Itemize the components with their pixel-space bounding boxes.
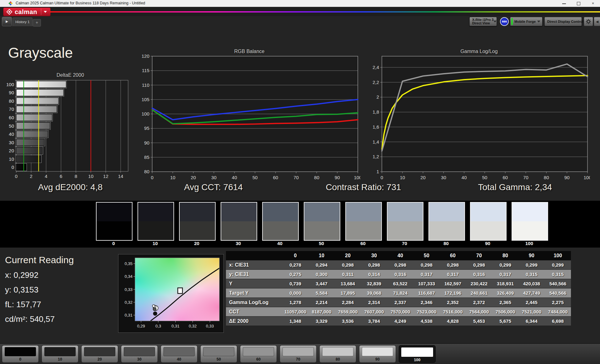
table-header-10: 10 [308, 251, 335, 260]
level-button-70[interactable]: 70 [280, 345, 317, 363]
table-row-label: Y [226, 279, 282, 288]
meter-dropdown[interactable]: X-Rite i1Pro 3 Direct View [469, 17, 497, 26]
table-cell: 7521,000 [518, 307, 545, 317]
display-control-dropdown[interactable]: Direct Display Control [544, 17, 582, 26]
table-cell: 0,299 [492, 260, 518, 270]
table-cell: 13,684 [335, 279, 361, 288]
level-swatch [44, 347, 76, 356]
target-swatch-10 [138, 221, 173, 240]
level-button-0[interactable]: 0 [2, 345, 39, 363]
table-cell: 2,372 [466, 298, 492, 307]
swatch-cell-20 [179, 202, 216, 241]
level-button-10[interactable]: 10 [42, 345, 78, 363]
table-header-50: 50 [413, 251, 440, 260]
level-button-90[interactable]: 90 [359, 345, 396, 363]
table-cell: 0,300 [308, 270, 335, 279]
meter-mode: Direct View [472, 22, 493, 25]
table-cell: 17,895 [335, 288, 361, 298]
svg-text:100: 100 [142, 111, 149, 116]
maximize-icon [577, 2, 580, 5]
table-header-100: 100 [545, 251, 571, 260]
level-label: 60 [240, 357, 277, 362]
table-cell: 540,566 [545, 288, 571, 298]
svg-text:120: 120 [142, 53, 149, 59]
current-reading-x: x: 0,2992 [5, 270, 38, 280]
svg-text:0,3: 0,3 [155, 324, 161, 328]
logo-divider [41, 9, 41, 15]
maximize-button[interactable] [572, 0, 586, 7]
measurement-point [152, 305, 155, 307]
level-label: 20 [82, 357, 118, 362]
table-cell: 427,749 [518, 288, 545, 298]
level-button-80[interactable]: 80 [319, 345, 356, 363]
settings-button[interactable] [584, 17, 593, 26]
table-cell: 0,298 [361, 260, 387, 270]
svg-text:0,35: 0,35 [125, 261, 132, 266]
deltae-chart-title: DeltaE 2000 [3, 72, 138, 78]
deltae-bar-chart: 024681012141009080706050403020100 [3, 78, 138, 181]
minimize-button[interactable] [557, 0, 571, 7]
level-button-40[interactable]: 40 [161, 345, 198, 363]
target-swatch-0 [97, 221, 132, 240]
svg-text:40: 40 [462, 175, 467, 180]
svg-text:2: 2 [30, 174, 32, 179]
svg-text:50: 50 [9, 123, 14, 129]
table-cell: 2,314 [361, 298, 387, 307]
table-header-80: 80 [492, 251, 518, 260]
svg-text:90: 90 [335, 175, 340, 180]
level-button-60[interactable]: 60 [240, 345, 277, 363]
level-swatch [362, 347, 393, 356]
avg-cct-stat: Avg CCT: 7614 [184, 182, 243, 192]
tab-history[interactable]: History 1 [12, 17, 32, 26]
svg-text:40: 40 [232, 175, 237, 180]
swatch-level-label: 30 [220, 241, 257, 246]
level-swatch [203, 347, 234, 356]
table-cell: 6,344 [518, 317, 545, 326]
calman-menu-button[interactable]: calman [3, 7, 51, 16]
svg-text:0: 0 [12, 165, 14, 170]
actual-swatch-10 [138, 203, 173, 221]
level-button-30[interactable]: 30 [121, 345, 158, 363]
meter-badge-button[interactable]: 666 [500, 17, 509, 26]
table-header-70: 70 [466, 251, 492, 260]
display-control-name: Direct Display Control [547, 20, 583, 23]
table-cell: 7564,000 [466, 307, 492, 317]
svg-text:70: 70 [293, 175, 299, 180]
window-title: Calman 2025 Calman Ultimate for Business… [16, 1, 145, 5]
collapse-toolbar-button[interactable]: ◀ [594, 17, 600, 26]
deltae-bar-50 [16, 122, 50, 129]
swatch-cell-10 [138, 202, 174, 241]
svg-text:2: 2 [377, 94, 379, 100]
level-button-50[interactable]: 50 [200, 345, 237, 363]
table-cell: 2,214 [308, 298, 335, 307]
add-tab-button[interactable]: + [33, 19, 41, 27]
svg-text:70: 70 [9, 106, 14, 112]
svg-text:30: 30 [441, 175, 446, 180]
level-label: 40 [161, 357, 197, 362]
cie-chromaticity-chart: 0,290,30,310,320,330,310,320,330,340,35 [119, 255, 223, 332]
table-cell: 11057,000 [282, 307, 308, 317]
source-dropdown[interactable]: Mobile Forge [510, 17, 542, 26]
close-button[interactable]: × [586, 0, 600, 7]
table-cell: 4,828 [440, 317, 466, 326]
measurement-point [153, 307, 156, 311]
calman-app: Calman 2025 Calman Ultimate for Business… [0, 0, 600, 364]
swatch-cell-0 [96, 202, 132, 241]
target-swatch-50 [304, 221, 340, 240]
svg-text:0,33: 0,33 [206, 324, 214, 328]
level-button-20[interactable]: 20 [81, 345, 118, 363]
actual-swatch-70 [388, 203, 423, 221]
table-cell: 4,538 [413, 317, 440, 326]
actual-swatch-60 [346, 203, 381, 221]
svg-text:0,32: 0,32 [189, 324, 197, 328]
table-cell: 0,299 [518, 260, 545, 270]
gear-icon [586, 19, 591, 24]
svg-text:90: 90 [144, 140, 149, 145]
table-cell: 7659,000 [335, 307, 361, 317]
measurement-point [153, 312, 157, 316]
level-button-100[interactable]: 100 [399, 345, 436, 363]
target-swatch-60 [346, 221, 381, 240]
deltae-bar-10 [16, 155, 41, 162]
calman-logo-icon [6, 8, 13, 15]
history-panel-arrow-button[interactable]: ▶ [2, 17, 12, 26]
